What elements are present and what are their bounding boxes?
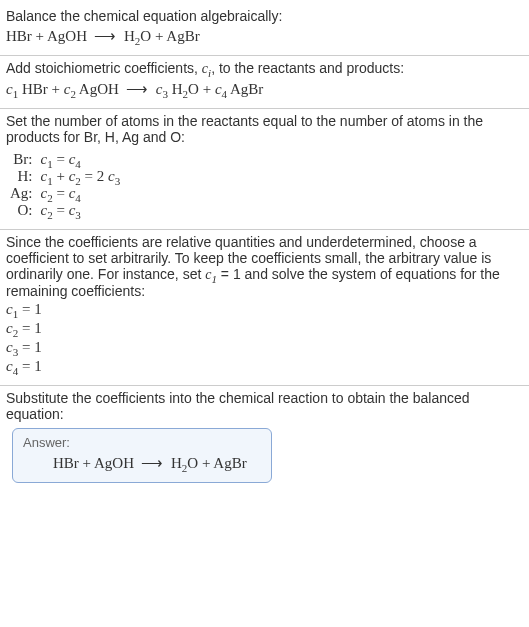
section-intro: Balance the chemical equation algebraica… (0, 4, 529, 55)
atom-label-o: O: (6, 202, 37, 219)
stoich-text: Add stoichiometric coefficients, ci, to … (6, 60, 523, 77)
atom-label-ag: Ag: (6, 185, 37, 202)
table-row: Br: c1 = c4 (6, 151, 124, 168)
atom-eq-ag: c2 = c4 (37, 185, 125, 202)
term-agbr: AgBr (213, 455, 246, 471)
atom-label-br: Br: (6, 151, 37, 168)
solved-c2: c2 = 1 (6, 320, 523, 337)
solved-c3: c3 = 1 (6, 339, 523, 356)
plus: + (32, 28, 47, 44)
var-ci: ci (202, 61, 211, 76)
term-h2o: H2O (171, 455, 198, 471)
table-row: H: c1 + c2 = 2 c3 (6, 168, 124, 185)
arrow-icon: ⟶ (126, 80, 148, 97)
answer-equation: HBr + AgOH ⟶ H2O + AgBr (23, 454, 261, 472)
answer-label: Answer: (23, 435, 261, 450)
section-stoich: Add stoichiometric coefficients, ci, to … (0, 56, 529, 108)
intro-text: Balance the chemical equation algebraica… (6, 8, 523, 24)
arrow-icon: ⟶ (141, 454, 163, 471)
section-atoms: Set the number of atoms in the reactants… (0, 109, 529, 229)
atom-label-h: H: (6, 168, 37, 185)
atoms-intro: Set the number of atoms in the reactants… (6, 113, 523, 145)
table-row: Ag: c2 = c4 (6, 185, 124, 202)
atom-eq-h: c1 + c2 = 2 c3 (37, 168, 125, 185)
atoms-table: Br: c1 = c4 H: c1 + c2 = 2 c3 Ag: c2 = c… (6, 151, 124, 219)
term-hbr: HBr (6, 28, 32, 44)
substitute-text: Substitute the coefficients into the che… (6, 390, 523, 422)
stoich-equation: c1 HBr + c2 AgOH ⟶ c3 H2O + c4 AgBr (6, 80, 523, 98)
atom-eq-br: c1 = c4 (37, 151, 125, 168)
section-choose: Since the coefficients are relative quan… (0, 230, 529, 385)
term-agbr: AgBr (166, 28, 199, 44)
term-hbr: HBr (53, 455, 79, 471)
solved-c1: c1 = 1 (6, 301, 523, 318)
table-row: O: c2 = c3 (6, 202, 124, 219)
atom-eq-o: c2 = c3 (37, 202, 125, 219)
solved-c4: c4 = 1 (6, 358, 523, 375)
var-c1: c1 (205, 267, 217, 282)
arrow-icon: ⟶ (94, 27, 116, 44)
choose-text: Since the coefficients are relative quan… (6, 234, 523, 299)
term-h2o: H2O (124, 28, 151, 44)
plus: + (151, 28, 166, 44)
term-agoh: AgOH (94, 455, 134, 471)
term-agoh: AgOH (47, 28, 87, 44)
section-substitute: Substitute the coefficients into the che… (0, 386, 529, 493)
answer-box: Answer: HBr + AgOH ⟶ H2O + AgBr (12, 428, 272, 483)
plain-equation: HBr + AgOH ⟶ H2O + AgBr (6, 27, 523, 45)
